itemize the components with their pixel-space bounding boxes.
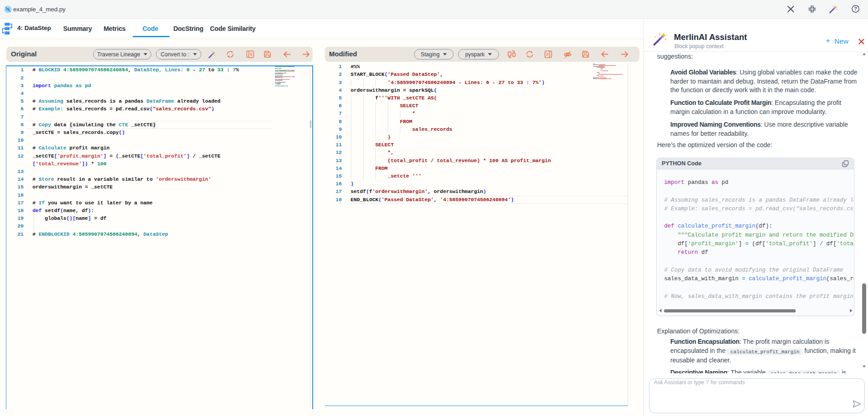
svg-text:?: ? <box>854 6 857 11</box>
